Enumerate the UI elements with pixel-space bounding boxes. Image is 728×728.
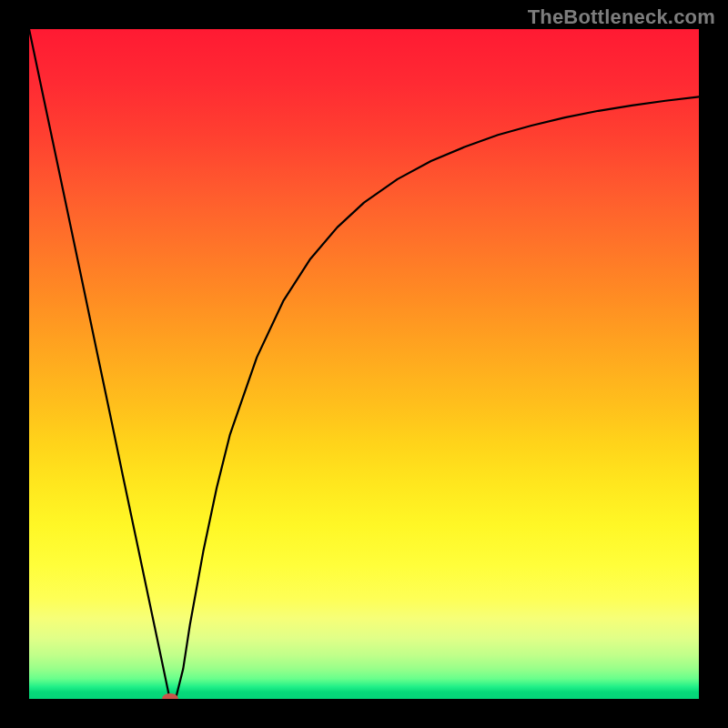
- chart-frame: TheBottleneck.com: [0, 0, 728, 728]
- watermark-text: TheBottleneck.com: [528, 5, 715, 29]
- minimum-marker: [162, 693, 178, 699]
- bottleneck-curve: [29, 29, 699, 699]
- curve-svg: [29, 29, 699, 699]
- plot-area: [29, 29, 699, 699]
